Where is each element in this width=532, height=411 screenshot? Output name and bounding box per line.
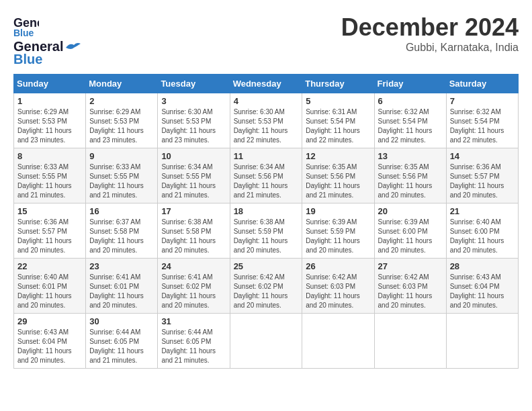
day-detail: Sunrise: 6:37 AM Sunset: 5:58 PM Dayligh… [89, 218, 154, 255]
day-number: 3 [161, 96, 226, 106]
day-detail: Sunrise: 6:41 AM Sunset: 6:01 PM Dayligh… [89, 273, 154, 310]
logo-icon: General Blue [13, 13, 39, 39]
calendar-cell [374, 314, 446, 369]
calendar-cell: 28 Sunrise: 6:43 AM Sunset: 6:04 PM Dayl… [446, 259, 518, 314]
day-number: 8 [17, 151, 82, 161]
weekday-header: Wednesday [230, 75, 302, 93]
day-number: 16 [89, 206, 154, 216]
day-detail: Sunrise: 6:34 AM Sunset: 5:55 PM Dayligh… [161, 163, 226, 200]
day-detail: Sunrise: 6:42 AM Sunset: 6:03 PM Dayligh… [378, 273, 443, 310]
calendar-cell: 1 Sunrise: 6:29 AM Sunset: 5:53 PM Dayli… [14, 93, 86, 148]
calendar-week-row: 8 Sunrise: 6:33 AM Sunset: 5:55 PM Dayli… [14, 148, 519, 203]
day-detail: Sunrise: 6:30 AM Sunset: 5:53 PM Dayligh… [161, 107, 226, 145]
day-number: 31 [161, 316, 226, 326]
location: Gubbi, Karnataka, India [341, 42, 519, 54]
calendar-cell: 2 Sunrise: 6:29 AM Sunset: 5:53 PM Dayli… [86, 93, 158, 148]
day-number: 20 [378, 206, 443, 216]
calendar-cell: 23 Sunrise: 6:41 AM Sunset: 6:01 PM Dayl… [86, 259, 158, 314]
day-number: 7 [450, 96, 515, 106]
calendar-cell: 11 Sunrise: 6:34 AM Sunset: 5:56 PM Dayl… [230, 148, 302, 203]
day-detail: Sunrise: 6:40 AM Sunset: 6:00 PM Dayligh… [450, 218, 515, 255]
calendar-cell: 16 Sunrise: 6:37 AM Sunset: 5:58 PM Dayl… [86, 203, 158, 259]
day-detail: Sunrise: 6:40 AM Sunset: 6:01 PM Dayligh… [17, 273, 82, 310]
calendar-cell: 20 Sunrise: 6:39 AM Sunset: 6:00 PM Dayl… [374, 203, 446, 259]
day-number: 30 [89, 316, 154, 326]
calendar: SundayMondayTuesdayWednesdayThursdayFrid… [13, 74, 519, 369]
day-number: 22 [17, 261, 82, 271]
logo-bird-icon [64, 41, 81, 53]
day-number: 2 [89, 96, 154, 106]
day-detail: Sunrise: 6:30 AM Sunset: 5:53 PM Dayligh… [234, 107, 299, 145]
weekday-header: Tuesday [158, 75, 230, 93]
day-detail: Sunrise: 6:43 AM Sunset: 6:04 PM Dayligh… [450, 273, 515, 310]
day-detail: Sunrise: 6:32 AM Sunset: 5:54 PM Dayligh… [450, 107, 515, 145]
day-detail: Sunrise: 6:42 AM Sunset: 6:03 PM Dayligh… [306, 273, 370, 310]
day-number: 29 [17, 316, 82, 326]
day-detail: Sunrise: 6:36 AM Sunset: 5:57 PM Dayligh… [17, 218, 82, 255]
day-number: 6 [378, 96, 443, 106]
day-number: 25 [234, 261, 299, 271]
calendar-cell: 15 Sunrise: 6:36 AM Sunset: 5:57 PM Dayl… [14, 203, 86, 259]
day-number: 12 [306, 151, 370, 161]
calendar-cell: 3 Sunrise: 6:30 AM Sunset: 5:53 PM Dayli… [158, 93, 230, 148]
calendar-cell: 25 Sunrise: 6:42 AM Sunset: 6:02 PM Dayl… [230, 259, 302, 314]
day-detail: Sunrise: 6:31 AM Sunset: 5:54 PM Dayligh… [306, 107, 370, 145]
day-number: 4 [234, 96, 299, 106]
calendar-cell: 12 Sunrise: 6:35 AM Sunset: 5:56 PM Dayl… [302, 148, 374, 203]
day-detail: Sunrise: 6:38 AM Sunset: 5:58 PM Dayligh… [161, 218, 226, 255]
calendar-week-row: 29 Sunrise: 6:43 AM Sunset: 6:04 PM Dayl… [14, 314, 519, 369]
calendar-week-row: 15 Sunrise: 6:36 AM Sunset: 5:57 PM Dayl… [14, 203, 519, 259]
calendar-cell [230, 314, 302, 369]
svg-text:Blue: Blue [13, 28, 34, 38]
day-detail: Sunrise: 6:35 AM Sunset: 5:56 PM Dayligh… [378, 163, 443, 200]
calendar-cell: 18 Sunrise: 6:38 AM Sunset: 5:59 PM Dayl… [230, 203, 302, 259]
day-detail: Sunrise: 6:34 AM Sunset: 5:56 PM Dayligh… [234, 163, 299, 200]
day-number: 5 [306, 96, 370, 106]
day-number: 27 [378, 261, 443, 271]
day-number: 13 [378, 151, 443, 161]
calendar-cell: 24 Sunrise: 6:41 AM Sunset: 6:02 PM Dayl… [158, 259, 230, 314]
calendar-cell [446, 314, 518, 369]
day-detail: Sunrise: 6:39 AM Sunset: 5:59 PM Dayligh… [306, 218, 370, 255]
calendar-week-row: 22 Sunrise: 6:40 AM Sunset: 6:01 PM Dayl… [14, 259, 519, 314]
day-detail: Sunrise: 6:29 AM Sunset: 5:53 PM Dayligh… [17, 107, 82, 145]
month-title: December 2024 [341, 13, 519, 42]
day-number: 21 [450, 206, 515, 216]
day-detail: Sunrise: 6:29 AM Sunset: 5:53 PM Dayligh… [89, 107, 154, 145]
day-number: 1 [17, 96, 82, 106]
weekday-header: Thursday [302, 75, 374, 93]
calendar-cell: 5 Sunrise: 6:31 AM Sunset: 5:54 PM Dayli… [302, 93, 374, 148]
calendar-cell: 17 Sunrise: 6:38 AM Sunset: 5:58 PM Dayl… [158, 203, 230, 259]
calendar-cell: 30 Sunrise: 6:44 AM Sunset: 6:05 PM Dayl… [86, 314, 158, 369]
day-number: 17 [161, 206, 226, 216]
calendar-cell: 26 Sunrise: 6:42 AM Sunset: 6:03 PM Dayl… [302, 259, 374, 314]
calendar-cell: 9 Sunrise: 6:33 AM Sunset: 5:55 PM Dayli… [86, 148, 158, 203]
day-detail: Sunrise: 6:42 AM Sunset: 6:02 PM Dayligh… [234, 273, 299, 310]
day-detail: Sunrise: 6:44 AM Sunset: 6:05 PM Dayligh… [161, 328, 226, 365]
day-number: 15 [17, 206, 82, 216]
calendar-cell: 7 Sunrise: 6:32 AM Sunset: 5:54 PM Dayli… [446, 93, 518, 148]
day-detail: Sunrise: 6:32 AM Sunset: 5:54 PM Dayligh… [378, 107, 443, 145]
day-number: 24 [161, 261, 226, 271]
calendar-header-row: SundayMondayTuesdayWednesdayThursdayFrid… [14, 75, 519, 93]
day-detail: Sunrise: 6:41 AM Sunset: 6:02 PM Dayligh… [161, 273, 226, 310]
title-block: December 2024 Gubbi, Karnataka, India [341, 13, 519, 54]
weekday-header: Friday [374, 75, 446, 93]
weekday-header: Sunday [14, 75, 86, 93]
day-number: 28 [450, 261, 515, 271]
calendar-cell: 22 Sunrise: 6:40 AM Sunset: 6:01 PM Dayl… [14, 259, 86, 314]
calendar-cell: 27 Sunrise: 6:42 AM Sunset: 6:03 PM Dayl… [374, 259, 446, 314]
day-detail: Sunrise: 6:38 AM Sunset: 5:59 PM Dayligh… [234, 218, 299, 255]
calendar-cell: 31 Sunrise: 6:44 AM Sunset: 6:05 PM Dayl… [158, 314, 230, 369]
day-number: 9 [89, 151, 154, 161]
weekday-header: Monday [86, 75, 158, 93]
logo: General Blue General Blue [13, 13, 81, 67]
calendar-week-row: 1 Sunrise: 6:29 AM Sunset: 5:53 PM Dayli… [14, 93, 519, 148]
day-number: 23 [89, 261, 154, 271]
day-detail: Sunrise: 6:36 AM Sunset: 5:57 PM Dayligh… [450, 163, 515, 200]
day-detail: Sunrise: 6:35 AM Sunset: 5:56 PM Dayligh… [306, 163, 370, 200]
day-number: 14 [450, 151, 515, 161]
calendar-body: 1 Sunrise: 6:29 AM Sunset: 5:53 PM Dayli… [14, 93, 519, 369]
day-number: 19 [306, 206, 370, 216]
calendar-cell: 6 Sunrise: 6:32 AM Sunset: 5:54 PM Dayli… [374, 93, 446, 148]
